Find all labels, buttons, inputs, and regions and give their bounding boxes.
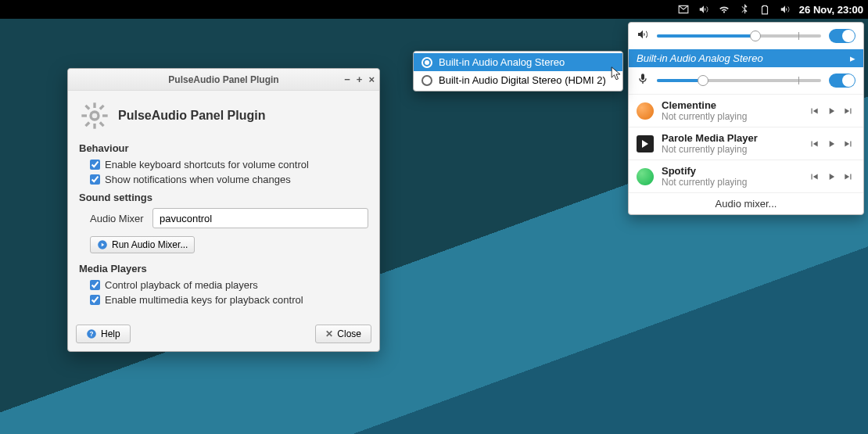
device-option-label: Built-in Audio Analog Stereo xyxy=(439,56,565,68)
device-option-label: Built-in Audio Digital Stereo (HDMI 2) xyxy=(439,74,606,86)
spotify-icon xyxy=(637,168,654,185)
checkbox-notifications[interactable]: Show notifications when volume changes xyxy=(90,174,368,185)
top-panel: 26 Nov, 23:00 xyxy=(0,0,868,19)
volume-popover: Built-in Audio Analog Stereo ▸ Clementin… xyxy=(628,22,864,215)
media-app-status: Not currently playing xyxy=(662,144,799,155)
radio-icon xyxy=(421,57,432,68)
checkbox-keyboard-shortcuts[interactable]: Enable keyboard shortcuts for volume con… xyxy=(90,159,368,170)
close-button[interactable]: ✕ Close xyxy=(315,325,371,343)
output-device-label: Built-in Audio Analog Stereo xyxy=(637,52,763,64)
chevron-right-icon: ▸ xyxy=(850,52,855,64)
gear-icon xyxy=(79,100,110,131)
close-window-button[interactable]: × xyxy=(368,74,375,85)
output-volume-slider[interactable] xyxy=(657,34,821,38)
audio-mixer-link[interactable]: Audio mixer... xyxy=(629,192,863,214)
media-app-name: Spotify xyxy=(662,165,799,177)
parole-icon xyxy=(637,135,654,152)
help-button[interactable]: ? Help xyxy=(76,325,131,343)
device-option[interactable]: Built-in Audio Digital Stereo (HDMI 2) xyxy=(414,71,622,89)
play-button[interactable] xyxy=(824,170,838,184)
svg-rect-3 xyxy=(81,114,87,117)
radio-icon xyxy=(421,75,432,86)
section-media: Media Players xyxy=(79,263,368,274)
svg-rect-1 xyxy=(93,102,95,108)
svg-rect-8 xyxy=(84,121,90,127)
output-volume-row xyxy=(629,23,863,49)
previous-track-button[interactable] xyxy=(807,137,821,151)
minimize-button[interactable]: − xyxy=(344,74,350,85)
checkbox-kbd-input[interactable] xyxy=(90,160,100,170)
mail-icon[interactable] xyxy=(677,3,690,16)
dialog-titlebar[interactable]: PulseAudio Panel Plugin − + × xyxy=(68,69,379,91)
next-track-button[interactable] xyxy=(841,137,855,151)
next-track-button[interactable] xyxy=(841,170,855,184)
svg-rect-4 xyxy=(102,114,108,117)
checkbox-notify-input[interactable] xyxy=(90,174,100,185)
section-behaviour: Behaviour xyxy=(79,142,368,154)
previous-track-button[interactable] xyxy=(807,170,821,184)
media-app-row[interactable]: Parole Media Player Not currently playin… xyxy=(629,127,863,160)
media-app-row[interactable]: Clementine Not currently playing xyxy=(629,94,863,127)
settings-dialog: PulseAudio Panel Plugin − + × PulseAudio… xyxy=(67,68,380,352)
device-option[interactable]: Built-in Audio Analog Stereo xyxy=(414,53,622,71)
volume-icon[interactable] xyxy=(698,3,710,16)
bluetooth-icon[interactable] xyxy=(738,3,751,16)
media-app-status: Not currently playing xyxy=(662,111,799,122)
device-submenu: Built-in Audio Analog Stereo Built-in Au… xyxy=(413,51,623,91)
panel-clock[interactable]: 26 Nov, 23:00 xyxy=(799,4,863,16)
dialog-heading: PulseAudio Panel Plugin xyxy=(118,109,265,123)
wifi-icon[interactable] xyxy=(718,3,730,16)
play-button[interactable] xyxy=(824,104,838,118)
svg-rect-2 xyxy=(93,124,95,129)
clementine-icon xyxy=(637,102,654,120)
media-app-name: Clementine xyxy=(662,99,799,111)
dialog-title: PulseAudio Panel Plugin xyxy=(168,74,278,85)
media-app-name: Parole Media Player xyxy=(662,132,799,144)
checkbox-control-playback[interactable]: Control playback of media players xyxy=(90,279,368,291)
checkbox-multimedia-keys[interactable]: Enable multimedia keys for playback cont… xyxy=(90,294,368,306)
svg-text:?: ? xyxy=(90,331,94,338)
next-track-button[interactable] xyxy=(841,104,855,118)
run-audio-mixer-button[interactable]: Run Audio Mixer... xyxy=(90,236,195,253)
svg-rect-6 xyxy=(99,121,105,127)
svg-rect-7 xyxy=(99,105,105,110)
svg-point-9 xyxy=(92,113,98,119)
media-app-row[interactable]: Spotify Not currently playing xyxy=(629,160,863,192)
battery-icon[interactable] xyxy=(759,3,771,16)
audio-mixer-input[interactable] xyxy=(152,208,368,228)
mouse-cursor xyxy=(611,66,622,82)
maximize-button[interactable]: + xyxy=(357,74,363,85)
audio-mixer-label: Audio Mixer xyxy=(90,213,145,224)
previous-track-button[interactable] xyxy=(807,104,821,118)
microphone-icon xyxy=(637,73,649,88)
input-mute-toggle[interactable] xyxy=(829,74,855,88)
media-app-status: Not currently playing xyxy=(662,177,799,188)
input-volume-row xyxy=(629,67,863,94)
checkbox-control-input[interactable] xyxy=(90,280,100,290)
output-device-row[interactable]: Built-in Audio Analog Stereo ▸ xyxy=(629,49,863,67)
speaker-icon xyxy=(637,28,649,44)
input-volume-slider[interactable] xyxy=(657,79,821,82)
play-button[interactable] xyxy=(824,137,838,151)
checkbox-mmkeys-input[interactable] xyxy=(90,295,100,305)
section-sound: Sound settings xyxy=(79,192,368,203)
output-mute-toggle[interactable] xyxy=(829,29,855,43)
svg-rect-5 xyxy=(84,105,90,110)
audio-applet-icon[interactable] xyxy=(779,3,791,16)
